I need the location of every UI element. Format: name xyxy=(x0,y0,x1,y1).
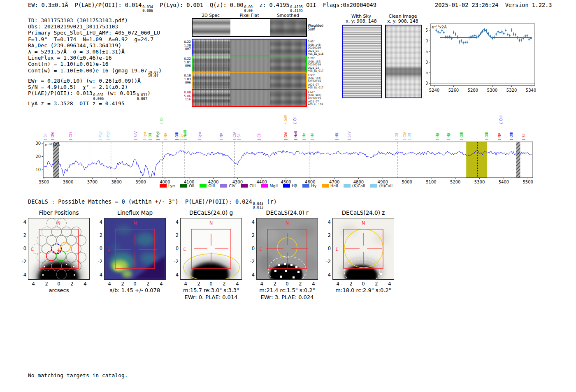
x-tick-label: 0 xyxy=(358,281,369,287)
cutout-caption: s/b: 1.45 +/- 0.078 xyxy=(94,287,176,293)
north-label: N xyxy=(286,220,289,226)
data-point xyxy=(482,30,483,32)
tick-label: 5100 xyxy=(426,180,436,184)
tick-label: 5260 xyxy=(448,88,459,93)
y-tick-label: 2 xyxy=(93,232,102,238)
x-tick-label: -2 xyxy=(40,281,51,287)
legend-label: HeII xyxy=(330,183,338,188)
tick-label: 3700 xyxy=(87,180,98,184)
text-segment: Cont(w) = 1.10(±0.00)e-16 (gmag 19.07 xyxy=(28,67,147,74)
y-tick-label: 0 xyxy=(246,246,255,251)
data-point xyxy=(488,32,489,34)
y-tick-label: 2 xyxy=(17,232,26,238)
x-tick-label: -2 xyxy=(345,281,355,287)
axes-box xyxy=(43,142,533,178)
decals-g-image: N E xyxy=(180,218,242,280)
with-sky-image xyxy=(342,25,382,98)
spec2d-cell xyxy=(270,73,306,89)
data-point xyxy=(517,37,518,39)
y-tick-label: 0 xyxy=(322,246,331,251)
info-line: Cont(w) = 1.10(±0.00)e-16 (gmag 19.0719.… xyxy=(28,67,162,78)
data-point xyxy=(503,33,505,35)
info-line: Primary Spec_Slot_IFU_AMP: 405_072_060_L… xyxy=(28,30,162,36)
x-tick-label: 2 xyxy=(371,281,382,287)
cutout-caption: EWr: 3. PLAE: 0.024 xyxy=(246,294,328,300)
data-point xyxy=(507,34,509,35)
masked-band xyxy=(516,142,520,178)
decals-r-panel: N E DECaLS(24.0) r-4-2024420-2-4m:21.4 r… xyxy=(256,218,318,280)
fiber-id-label: 1.61" (908, 988) 20210219 v021_07 405_LL… xyxy=(308,90,334,106)
data-point xyxy=(530,37,532,39)
data-point xyxy=(509,35,511,37)
text-segment: LineFlux = 1.30(±0.46)e-16 xyxy=(28,55,112,61)
header-datetime-version: 2025-01-02 23:26:24 Version 1.22.3 xyxy=(435,2,552,8)
data-point xyxy=(455,33,456,35)
x-tick-label: 4 xyxy=(384,281,395,287)
tick-label: 15 xyxy=(426,49,428,54)
sup-sub-value: 0.0340.006 xyxy=(142,5,153,12)
data-point xyxy=(478,35,480,37)
sup-sub-value: 0.000.00 xyxy=(244,5,252,12)
legend-item: Hβ xyxy=(283,183,297,188)
clean-image xyxy=(385,25,422,98)
spectrum-line xyxy=(44,150,532,177)
legend-label: OIII xyxy=(208,183,215,188)
cutout-caption: EWr: 0. PLAE: 0.014 xyxy=(170,294,252,300)
text-segment: Obs: 20210219v021_3011753103 xyxy=(28,23,118,30)
spec2d-cell xyxy=(270,56,306,72)
x-tick-label: -4 xyxy=(332,281,342,287)
north-label: N xyxy=(57,220,60,226)
x-tick-label: 2 xyxy=(295,281,306,287)
data-point xyxy=(462,42,464,44)
cutout-caption: m:21.4 rc:1.5" s:0.2" xyxy=(246,287,328,293)
y-tick-label: 4 xyxy=(170,219,179,225)
spectrum-group xyxy=(44,150,532,177)
legend-item: (K)CaII xyxy=(344,183,365,188)
fiber-weight-label: 0.18 1.83 096 xyxy=(181,74,191,85)
y-tick-label: 4 xyxy=(93,219,102,225)
legend-label: MgII xyxy=(269,183,278,188)
emission-line-label: { OII xyxy=(293,116,297,124)
spec2d-cell xyxy=(230,39,270,56)
info-line: F=1.9" T=0.174 N=1.09 A=0.92 g=24.7 xyxy=(28,36,162,42)
data-point xyxy=(513,33,514,35)
info-line: S/N = 4.9(±0.5) χ² = 2.1(±0.2) xyxy=(28,84,162,90)
x-tick-label: 2 xyxy=(67,281,77,287)
data-point xyxy=(486,30,488,32)
data-point xyxy=(484,29,485,31)
full-spectrum-plot: 3500360037003800390040004100420043004400… xyxy=(35,137,539,190)
legend-swatch xyxy=(302,184,309,188)
legend-item: MgII xyxy=(261,183,278,188)
data-point xyxy=(465,42,466,43)
legend-label: Hβ xyxy=(292,183,297,188)
x-tick-label: -4 xyxy=(179,281,190,287)
fiber-positions-panel: N E Fiber Positions-4-2024420-2-4arcsecs xyxy=(28,218,90,280)
legend-item: OIII xyxy=(200,183,215,188)
legend-swatch xyxy=(261,184,268,188)
data-point xyxy=(497,31,499,32)
data-point xyxy=(437,31,439,33)
y-tick-label: 2 xyxy=(170,232,179,238)
x-tick-label: 2 xyxy=(219,281,230,287)
legend-swatch xyxy=(200,184,207,188)
sup-sub-value: 0.41950.4195 xyxy=(290,5,303,12)
clean-image-coords: x, y: 908, 148 xyxy=(377,19,429,24)
legend-item: CIV xyxy=(220,183,235,188)
tick-label: 5300 xyxy=(474,180,485,184)
info-line: LyA z = 3.3528 OII z = 0.4195 xyxy=(28,100,162,107)
data-point xyxy=(523,37,524,39)
y-tick-label: -2 xyxy=(93,259,102,264)
cutout-title: Lineflux Map xyxy=(100,209,170,216)
y-tick-label: 4 xyxy=(246,219,255,225)
cutout-title: DECaLS(24.0) g xyxy=(176,209,246,216)
y-tick-label: 4 xyxy=(17,219,26,225)
data-point xyxy=(474,35,476,37)
text-segment: P(LAE)/P(OII): 0.013 xyxy=(28,90,93,96)
tick-label: 0 xyxy=(426,81,428,86)
tick-label: 5 xyxy=(426,70,428,75)
spec2d-weighted-smoothed xyxy=(270,19,306,36)
text-segment: DECaLS : Possible Matches = 0 (within +/… xyxy=(28,198,252,205)
legend-item: CIII xyxy=(241,183,255,188)
fiber-weight-label: 0.08 5.06 116 xyxy=(181,91,191,102)
tick-label: 3500 xyxy=(39,180,49,184)
